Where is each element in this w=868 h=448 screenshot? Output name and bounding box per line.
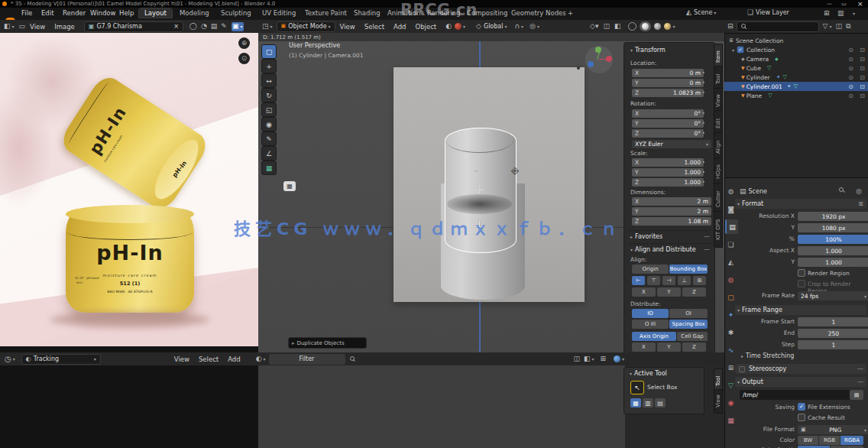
rotation-y-field[interactable]: Y0° bbox=[632, 119, 704, 128]
distribute-axis-y[interactable]: Y bbox=[657, 342, 681, 352]
render-visibility-icon[interactable]: ⊡ bbox=[857, 47, 868, 54]
layers-icon[interactable]: ▥ bbox=[837, 10, 844, 17]
gizmo-y-axis[interactable] bbox=[595, 47, 601, 53]
display-channel-icon[interactable]: ◫ bbox=[574, 355, 581, 362]
render-visibility-icon[interactable]: ⊡ bbox=[857, 83, 868, 90]
eye-icon[interactable]: ⊙ bbox=[845, 83, 857, 90]
unlink-icon[interactable]: × bbox=[173, 23, 179, 30]
lasso-icon[interactable]: ◯ bbox=[189, 23, 197, 30]
properties-tab-world[interactable]: ◍ bbox=[725, 272, 737, 287]
close-button[interactable]: × bbox=[857, 0, 863, 8]
transform-panel-header[interactable]: ▾ Transform bbox=[629, 47, 666, 54]
display-split-icon[interactable]: ◧ bbox=[584, 355, 591, 362]
align-axis-z[interactable]: Z bbox=[682, 287, 706, 297]
tool-add-cube[interactable]: ▦ bbox=[261, 161, 277, 175]
eye-icon[interactable]: ⊙ bbox=[845, 56, 857, 63]
color-rgb-button[interactable]: RGB bbox=[819, 436, 840, 445]
tab-add-workspace[interactable]: + bbox=[562, 8, 578, 18]
aspect-y-field[interactable]: 1.000 bbox=[798, 258, 868, 267]
shading-rendered-icon[interactable] bbox=[664, 23, 671, 30]
tab-shading[interactable]: Shading bbox=[348, 8, 386, 18]
chevron-down-icon[interactable]: ▾ bbox=[853, 11, 855, 16]
render-region-checkbox[interactable] bbox=[798, 269, 805, 277]
clip-filter-field[interactable]: Filter bbox=[269, 354, 345, 365]
render-visibility-icon[interactable]: ⊡ bbox=[857, 93, 868, 99]
lock-icon[interactable]: • bbox=[702, 70, 705, 75]
clip-editor-type-icon[interactable]: ◷▾ bbox=[5, 355, 15, 363]
file-format-dropdown[interactable]: ▣ PNG▾ bbox=[798, 425, 868, 434]
lock-icon[interactable]: • bbox=[702, 111, 705, 115]
distribute-io-button[interactable]: IO bbox=[632, 309, 669, 318]
datablock-icon[interactable]: ◐▾ bbox=[256, 355, 266, 362]
output-path-field[interactable]: /tmp/ bbox=[740, 390, 853, 400]
orientation-label[interactable]: Global bbox=[484, 23, 504, 30]
stereoscopy-checkbox[interactable] bbox=[739, 366, 745, 372]
properties-search-icon[interactable] bbox=[839, 187, 844, 193]
bottom-content-left[interactable] bbox=[0, 365, 258, 448]
distribute-oi-button[interactable]: OI bbox=[669, 309, 708, 318]
bottom-menu-select[interactable]: Select bbox=[194, 355, 223, 363]
mode-selector[interactable]: ▣ Object Mode ▾ bbox=[277, 21, 335, 32]
align-icon-5[interactable]: ⊞ bbox=[693, 276, 706, 285]
menu-file[interactable]: File bbox=[17, 9, 37, 17]
properties-tab-tool[interactable]: ⚙ bbox=[725, 184, 737, 199]
bottom-menu-view[interactable]: View bbox=[170, 355, 194, 363]
lock-icon[interactable]: • bbox=[702, 131, 705, 135]
gizmo-z-axis[interactable] bbox=[588, 61, 594, 67]
tool-rotate[interactable]: ↻ bbox=[261, 88, 277, 102]
render-visibility-icon[interactable]: ⊡ bbox=[857, 56, 868, 63]
menu-help[interactable]: Help bbox=[115, 9, 138, 17]
properties-tab-output[interactable]: ▤ bbox=[725, 219, 738, 234]
overlays-icon[interactable]: ◫ bbox=[603, 23, 610, 30]
tab-uv-editing[interactable]: UV Editing bbox=[257, 8, 301, 18]
tool-move[interactable]: ↔ bbox=[261, 73, 277, 88]
distribute-axis-z[interactable]: Z bbox=[682, 342, 706, 352]
cache-result-checkbox[interactable] bbox=[798, 414, 805, 421]
shading-wireframe-icon[interactable] bbox=[628, 22, 636, 31]
eye-icon[interactable]: ⊙ bbox=[845, 47, 857, 54]
align-axis-y[interactable]: Y bbox=[657, 287, 681, 297]
outliner-row-cylinder[interactable]: ▼ Cylinder ✦ ▽ ⊙ ⊡ bbox=[724, 73, 868, 82]
eye-icon[interactable]: ⊙ bbox=[845, 93, 857, 99]
eye-icon[interactable]: ⊙ bbox=[845, 74, 857, 81]
falloff-sphere-icon[interactable] bbox=[455, 23, 462, 30]
favorites-panel-header[interactable]: ▸ Favorites — bbox=[629, 230, 710, 240]
new-collection-icon[interactable]: ◫ bbox=[835, 23, 842, 30]
properties-tab-material[interactable]: ◉ bbox=[725, 395, 737, 410]
align-icon-2[interactable]: ⊤ bbox=[647, 276, 660, 285]
tool-option-2[interactable]: ▥ bbox=[643, 398, 653, 407]
color-rgba-button[interactable]: RGBA bbox=[840, 436, 863, 445]
viewport-editor-type-icon[interactable]: ◳▾ bbox=[262, 23, 273, 30]
tool-transform[interactable]: ◉ bbox=[261, 117, 277, 131]
viewport-menu-view[interactable]: View bbox=[335, 23, 360, 31]
lock-icon[interactable]: • bbox=[702, 170, 705, 174]
shading-material-icon[interactable] bbox=[654, 23, 661, 30]
tab-texture-paint[interactable]: Texture Paint bbox=[300, 8, 352, 18]
properties-tab-physics[interactable]: ∿ bbox=[725, 342, 737, 357]
collection-checkbox[interactable]: ✓ bbox=[737, 47, 744, 54]
sidebar-tab-cutter[interactable]: Cutter bbox=[714, 183, 723, 215]
properties-tab-view-layer[interactable]: ❏ bbox=[725, 237, 737, 252]
menu-edit[interactable]: Edit bbox=[37, 9, 58, 17]
rotation-mode-dropdown[interactable]: XYZ Euler▾ bbox=[632, 140, 711, 148]
lock-icon[interactable]: • bbox=[702, 180, 705, 184]
clip-mode-dropdown[interactable]: ◐ Tracking ▾ bbox=[21, 354, 101, 365]
tool-scale[interactable]: ◱ bbox=[261, 102, 277, 117]
render-visibility-icon[interactable]: ⊡ bbox=[857, 74, 868, 81]
image-options-button[interactable]: ⊙ bbox=[238, 53, 250, 64]
tab-geometry-nodes[interactable]: Geometry Nodes bbox=[506, 8, 572, 18]
frame-step-field[interactable]: 1 bbox=[798, 340, 868, 349]
properties-tab-texture[interactable]: ▦ bbox=[725, 413, 737, 427]
overlay-icon[interactable]: ▤ bbox=[211, 23, 218, 30]
image-pin-icon[interactable]: ▣▾ bbox=[232, 22, 244, 31]
frame-end-field[interactable]: 250 bbox=[798, 329, 868, 338]
maximize-button[interactable]: ▭ bbox=[841, 1, 847, 7]
viewport-menu-object[interactable]: Object bbox=[410, 23, 441, 31]
pin-icon[interactable]: ◎ bbox=[856, 188, 862, 195]
shading-solid-icon[interactable] bbox=[640, 21, 651, 31]
xray-icon[interactable]: ◧ bbox=[614, 23, 621, 30]
rotation-x-field[interactable]: X0° bbox=[632, 109, 704, 118]
navigation-gizmo[interactable] bbox=[585, 46, 613, 73]
viewport-menu-add[interactable]: Add bbox=[389, 23, 410, 31]
frame-range-panel-header[interactable]: ▾ Frame Range bbox=[735, 305, 866, 315]
